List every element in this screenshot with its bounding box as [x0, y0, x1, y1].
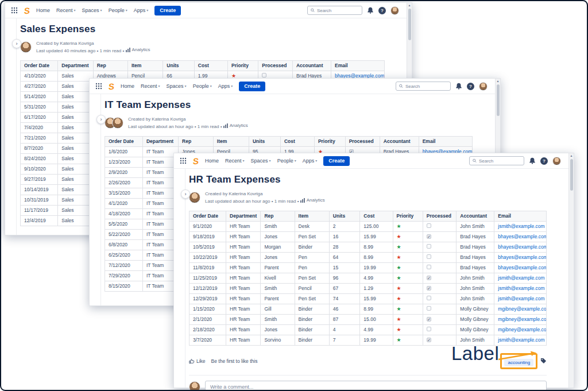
page-title: IT Team Expenses: [105, 99, 492, 111]
sidebar-expand-button[interactable]: ›: [12, 39, 21, 48]
cell-item: Pen Set: [295, 293, 329, 304]
nav-recent[interactable]: Recent▾: [141, 83, 160, 89]
processed-checkbox[interactable]: [427, 306, 431, 311]
sidebar-expand-button[interactable]: ›: [181, 189, 190, 199]
nav-apps[interactable]: Apps▾: [218, 83, 233, 89]
like-button[interactable]: Like: [189, 358, 206, 364]
processed-checkbox[interactable]: [262, 73, 266, 78]
contributor-avatar[interactable]: [112, 117, 123, 129]
cell-cost: 8.99: [360, 304, 393, 314]
nav-spaces[interactable]: Spaces▾: [82, 7, 102, 13]
chevron-down-icon: ▾: [126, 9, 127, 12]
col-accountant: Accountant: [292, 60, 331, 71]
scrollbar-thumb[interactable]: [497, 84, 500, 116]
create-button[interactable]: Create: [323, 156, 350, 166]
processed-checkbox[interactable]: ✓: [427, 276, 431, 280]
email-link[interactable]: bhayes@example.com: [498, 254, 546, 260]
profile-avatar[interactable]: [390, 6, 399, 15]
help-icon[interactable]: ?: [378, 7, 386, 14]
processed-checkbox[interactable]: [427, 327, 431, 331]
processed-checkbox[interactable]: [427, 265, 431, 269]
email-link[interactable]: jsmith@example.com: [498, 285, 544, 291]
scroll-up-icon[interactable]: ▲: [569, 154, 574, 157]
email-link[interactable]: bhayes@example.com: [498, 244, 546, 250]
nav-people[interactable]: People▾: [193, 83, 212, 89]
search-box[interactable]: [469, 156, 524, 165]
processed-checkbox[interactable]: ✓: [427, 286, 431, 291]
nav-home[interactable]: Home: [205, 158, 219, 164]
tag-icon[interactable]: [540, 358, 547, 364]
analytics-chart-icon: [300, 198, 305, 203]
cell-units: 28: [329, 242, 360, 252]
analytics-link[interactable]: Analytics: [223, 122, 248, 129]
nav-people[interactable]: People▾: [277, 158, 296, 164]
scrollbar-thumb[interactable]: [570, 159, 573, 191]
processed-checkbox[interactable]: [427, 254, 431, 259]
brand-logo[interactable]: S: [24, 6, 30, 15]
create-button[interactable]: Create: [154, 6, 181, 16]
app-switcher-icon[interactable]: [180, 157, 187, 164]
cell-item: Binder: [295, 314, 329, 324]
search-input[interactable]: [479, 158, 521, 164]
search-box[interactable]: [307, 6, 362, 15]
nav-apps[interactable]: Apps▾: [134, 7, 149, 13]
scroll-up-icon[interactable]: ▲: [496, 79, 500, 83]
nav-spaces[interactable]: Spaces▾: [167, 83, 187, 89]
chevron-down-icon: ▾: [210, 84, 212, 88]
processed-checkbox[interactable]: ✓: [427, 338, 431, 342]
help-icon[interactable]: ?: [540, 157, 548, 165]
profile-avatar[interactable]: [479, 82, 488, 91]
app-switcher-icon[interactable]: [95, 83, 102, 90]
cell-dept: HR Team: [226, 273, 261, 283]
nav-people[interactable]: People▾: [109, 7, 127, 13]
nav-home[interactable]: Home: [121, 83, 134, 89]
email-link[interactable]: jsmith@example.com: [498, 275, 544, 281]
author-avatar[interactable]: [189, 192, 200, 203]
processed-checkbox[interactable]: [427, 296, 431, 300]
search-input[interactable]: [405, 84, 447, 89]
cell-dept: Sales: [58, 112, 93, 122]
author-avatar[interactable]: [20, 41, 32, 53]
email-link[interactable]: jsmith@example.com: [498, 223, 544, 229]
brand-logo[interactable]: S: [108, 82, 115, 91]
nav-spaces[interactable]: Spaces▾: [251, 158, 271, 164]
email-link[interactable]: jsmith@example.com: [498, 337, 544, 343]
analytics-link[interactable]: Analytics: [126, 47, 150, 53]
nav-recent[interactable]: Recent▾: [56, 7, 76, 13]
notifications-bell-icon[interactable]: [455, 83, 462, 90]
nav-recent[interactable]: Recent▾: [225, 158, 245, 164]
email-link[interactable]: mgibney@example.com: [498, 316, 546, 322]
processed-checkbox[interactable]: ✓: [427, 317, 431, 322]
create-button[interactable]: Create: [239, 82, 265, 91]
processed-checkbox[interactable]: [427, 244, 431, 249]
cell-email: bhayes@example.com: [494, 262, 547, 273]
brand-logo[interactable]: S: [192, 157, 199, 165]
email-link[interactable]: mgibney@example.com: [498, 327, 546, 332]
email-link[interactable]: bhayes@example.com: [498, 265, 546, 270]
analytics-link[interactable]: Analytics: [300, 197, 325, 203]
email-link[interactable]: mgibney@example.com: [498, 306, 546, 312]
app-switcher-icon[interactable]: [11, 7, 18, 14]
search-box[interactable]: [396, 82, 451, 91]
cell-processed: [423, 304, 456, 314]
nav-home[interactable]: Home: [36, 7, 50, 13]
search-input[interactable]: [317, 8, 359, 13]
cell-rep: Morgan: [261, 242, 295, 252]
sidebar-expand-button[interactable]: ›: [96, 115, 106, 124]
comment-input[interactable]: [205, 381, 547, 391]
notifications-bell-icon[interactable]: [529, 157, 536, 164]
processed-checkbox[interactable]: ✓: [427, 234, 431, 239]
scroll-up-icon[interactable]: ▲: [407, 3, 412, 7]
email-link[interactable]: bhayes@example.com: [498, 234, 546, 239]
email-link[interactable]: jsmith@example.com: [498, 296, 544, 301]
commenter-avatar[interactable]: [189, 381, 200, 391]
scrollbar-thumb[interactable]: [408, 9, 411, 40]
profile-avatar[interactable]: [552, 157, 561, 165]
nav-apps[interactable]: Apps▾: [303, 158, 318, 164]
help-icon[interactable]: ?: [467, 83, 474, 90]
col-processed: Processed: [258, 60, 293, 71]
cell-accountant: Brad Hayes: [457, 242, 494, 252]
notifications-bell-icon[interactable]: [367, 7, 374, 14]
processed-checkbox[interactable]: [427, 223, 431, 228]
vertical-scrollbar[interactable]: ▲: [568, 153, 574, 388]
